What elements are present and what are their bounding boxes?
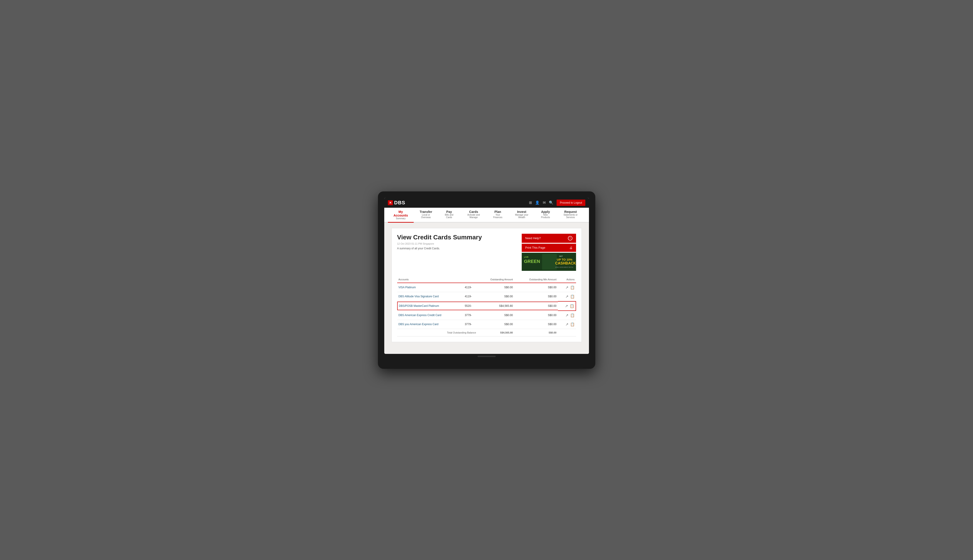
- account-name[interactable]: DBS yuu American Express Card: [398, 323, 439, 326]
- nav-cards[interactable]: Cards Activate and Manage: [460, 208, 487, 223]
- account-number: 3779-: [463, 311, 477, 320]
- nav-apply[interactable]: Apply New Products: [535, 208, 556, 223]
- svg-text:(FEEL GOOD ABOUT BOTH): (FEEL GOOD ABOUT BOTH): [555, 267, 573, 268]
- logo-area: ✕ DBS: [388, 200, 405, 206]
- nav-cards-main: Cards: [463, 210, 484, 213]
- transfer-action-icon[interactable]: ↗: [565, 294, 568, 299]
- mail-icon[interactable]: ✉: [543, 200, 546, 205]
- outstanding-amount: S$0.00: [477, 292, 514, 301]
- page-title-area: View Credit Cards Summary 12 Oct 2023 01…: [397, 234, 482, 250]
- need-help-label: Need Help?: [525, 237, 541, 240]
- nav-invest-main: Invest: [512, 210, 532, 213]
- nav-pay[interactable]: Pay Bills and Cards: [438, 208, 460, 223]
- outstanding-min: S$0.00: [514, 302, 558, 310]
- account-name[interactable]: DBS/POSB MasterCard Platinum: [399, 304, 439, 307]
- account-number: 3779-: [463, 320, 477, 329]
- svg-rect-3: [542, 254, 557, 270]
- nav-request-main: Request: [560, 210, 582, 213]
- outstanding-amount: S$0.00: [477, 311, 514, 320]
- laptop-base: [384, 355, 589, 358]
- total-outstanding-min: S$0.00: [514, 329, 558, 336]
- table-row: DBS American Express Credit Card 3779- S…: [397, 311, 576, 320]
- content-area: View Credit Cards Summary 12 Oct 2023 01…: [384, 223, 589, 354]
- need-help-button[interactable]: Need Help? ?: [522, 234, 576, 243]
- table-row: VISA Platinum 4119- S$0.00 S$0.00 ↗ 📋: [397, 283, 576, 292]
- statement-action-icon[interactable]: 📋: [570, 322, 575, 327]
- account-number: 4119-: [463, 292, 477, 301]
- screen: ✕ DBS ⊞ 👤 ✉ 🔍 Proceed to Logout My Accou…: [384, 198, 589, 354]
- table-row: DBS yuu American Express Card 3779- S$0.…: [397, 320, 576, 329]
- right-panel: Need Help? ? Print This Page 🖨 LIVE GREE…: [522, 234, 576, 271]
- page-timestamp: 12 Oct 2023 01:11 PM Singapore: [397, 242, 482, 245]
- account-number: 5520-: [463, 302, 477, 310]
- nav-transfer-main: Transfer: [417, 210, 435, 213]
- page-title: View Credit Cards Summary: [397, 234, 482, 241]
- nav-cards-sub: Activate and Manage: [463, 213, 484, 218]
- print-button[interactable]: Print This Page 🖨: [522, 244, 576, 252]
- col-outstanding-amount: Outstanding Amount: [477, 276, 514, 283]
- nav-invest-sub: Manage your Wealth: [512, 213, 532, 218]
- accounts-table: Accounts Outstanding Amount Outstanding …: [397, 276, 576, 337]
- nav-request[interactable]: Request Statements or Services: [556, 208, 585, 223]
- nav-invest[interactable]: Invest Manage your Wealth: [508, 208, 535, 223]
- table-row-highlighted: DBS/POSB MasterCard Platinum 5520- S$4,5…: [397, 301, 576, 311]
- transfer-action-icon[interactable]: ↗: [565, 322, 568, 327]
- print-label: Print This Page: [525, 246, 545, 249]
- total-outstanding-amount: S$4,565.80: [477, 329, 514, 336]
- outstanding-amount: S$0.00: [477, 320, 514, 329]
- credit-cards-table: Accounts Outstanding Amount Outstanding …: [397, 276, 576, 337]
- outstanding-amount: S$4,565.80: [477, 302, 514, 310]
- nav-bar: My Accounts Summary Transfer Local or Ov…: [384, 208, 589, 223]
- outstanding-min: S$0.00: [514, 320, 558, 329]
- svg-text:CASHBACK: CASHBACK: [555, 261, 576, 265]
- total-label: Total Outstanding Balance: [397, 329, 478, 336]
- transfer-action-icon[interactable]: ↗: [565, 313, 568, 317]
- top-bar: ✕ DBS ⊞ 👤 ✉ 🔍 Proceed to Logout: [384, 198, 589, 208]
- col-actions: Actions: [558, 276, 576, 283]
- account-name[interactable]: VISA Platinum: [398, 286, 416, 289]
- col-accounts: Accounts: [397, 276, 478, 283]
- total-row: Total Outstanding Balance S$4,565.80 S$0…: [397, 329, 576, 336]
- nav-apply-main: Apply: [539, 210, 552, 213]
- promo-svg: LIVE GREEN GET UP TO 10% CASHBACK (FEEL …: [522, 253, 576, 271]
- statement-action-icon[interactable]: 📋: [570, 285, 575, 290]
- nav-apply-sub: New Products: [539, 213, 552, 218]
- nav-my-accounts-sub: Summary: [391, 217, 410, 220]
- page-description: A summary of all your Credit Cards.: [397, 247, 482, 250]
- search-icon[interactable]: 🔍: [549, 200, 553, 205]
- logout-button[interactable]: Proceed to Logout: [557, 200, 585, 206]
- transfer-action-icon[interactable]: ↗: [565, 285, 568, 290]
- account-name[interactable]: DBS American Express Credit Card: [398, 313, 441, 317]
- nav-my-accounts[interactable]: My Accounts Summary: [388, 208, 414, 223]
- laptop-frame: ✕ DBS ⊞ 👤 ✉ 🔍 Proceed to Logout My Accou…: [378, 192, 595, 369]
- dbs-logo-x: ✕: [388, 200, 393, 205]
- nav-my-accounts-main: My Accounts: [391, 210, 410, 217]
- account-name[interactable]: DBS Altitude Visa Signature Card: [398, 295, 439, 298]
- svg-text:GREEN: GREEN: [524, 259, 540, 264]
- transfer-action-icon[interactable]: ↗: [565, 304, 568, 308]
- grid-icon[interactable]: ⊞: [529, 200, 532, 205]
- nav-request-sub: Statements or Services: [560, 213, 582, 218]
- nav-transfer-sub: Local or Overseas: [417, 213, 435, 218]
- promo-banner: LIVE GREEN GET UP TO 10% CASHBACK (FEEL …: [522, 253, 576, 271]
- nav-plan-sub: Your Finances: [491, 213, 505, 218]
- nav-plan-main: Plan: [491, 210, 505, 213]
- content-inner: View Credit Cards Summary 12 Oct 2023 01…: [391, 228, 582, 342]
- statement-action-icon[interactable]: 📋: [570, 294, 575, 299]
- svg-text:UP TO 10%: UP TO 10%: [557, 258, 572, 261]
- printer-icon: 🖨: [569, 246, 572, 250]
- outstanding-min: S$0.00: [514, 311, 558, 320]
- top-icons-group: ⊞ 👤 ✉ 🔍 Proceed to Logout: [529, 200, 585, 206]
- user-icon[interactable]: 👤: [535, 200, 540, 205]
- statement-action-icon[interactable]: 📋: [570, 304, 574, 308]
- table-row: DBS Altitude Visa Signature Card 4119- S…: [397, 292, 576, 301]
- laptop-notch: [478, 356, 496, 357]
- nav-pay-sub: Bills and Cards: [442, 213, 456, 218]
- statement-action-icon[interactable]: 📋: [570, 313, 575, 317]
- help-icon: ?: [568, 236, 572, 240]
- outstanding-min: S$0.00: [514, 292, 558, 301]
- nav-plan[interactable]: Plan Your Finances: [487, 208, 508, 223]
- nav-pay-main: Pay: [442, 210, 456, 213]
- nav-transfer[interactable]: Transfer Local or Overseas: [414, 208, 438, 223]
- dbs-logo-text: DBS: [394, 200, 405, 206]
